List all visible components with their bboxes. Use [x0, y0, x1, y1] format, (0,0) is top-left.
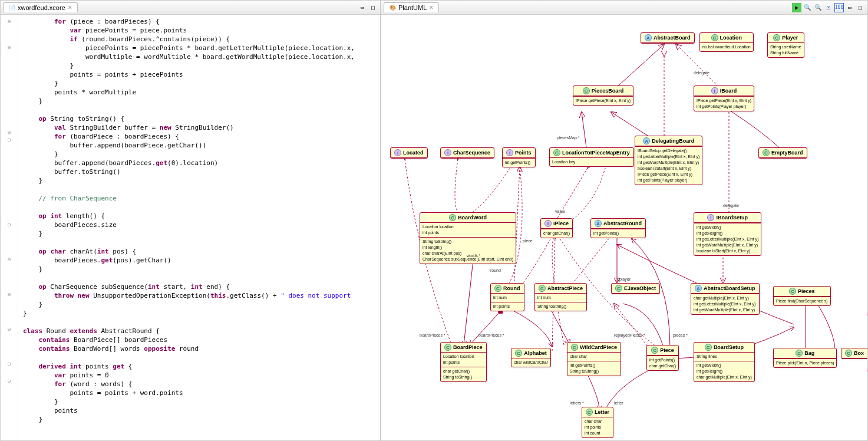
uml-class-boardsetup[interactable]: CBoardSetupString linesint getWidth()int…	[694, 342, 755, 382]
fold-toggle[interactable]: ⊟	[6, 291, 13, 298]
fold-toggle[interactable]: ⊟	[6, 44, 13, 51]
uml-class-bag[interactable]: CBagPiece pick(EInt n, Piece pieces)	[773, 348, 837, 368]
uml-class-piecesboard[interactable]: CPiecesBoardIPiece getPiece(EInt x, EInt…	[573, 85, 633, 106]
uml-class-abstractboard[interactable]: AAbstractBoard	[641, 32, 695, 44]
maximize-icon[interactable]: □	[368, 3, 378, 12]
fold-toggle[interactable]: ⊟	[6, 360, 13, 367]
uml-class-box[interactable]: CBox	[841, 348, 867, 359]
uml-class-ipiece[interactable]: IIPiecechar getChar()	[540, 218, 573, 238]
uml-class-piece[interactable]: CPieceint getPoints()char getChar()	[646, 345, 679, 371]
zoom-in-icon[interactable]: 🔍	[803, 3, 812, 12]
uml-class-ejavaobject[interactable]: CEJavaObject	[611, 283, 660, 294]
uml-class-boardpiece[interactable]: CBoardPieceLocation locationint pointsch…	[440, 342, 487, 382]
edge-label: delegate	[694, 71, 709, 75]
fold-toggle[interactable]: ⊟	[6, 18, 13, 25]
plantuml-icon: 🎨	[389, 4, 396, 11]
maximize-icon[interactable]: □	[856, 3, 865, 12]
fold-toggle[interactable]: ⊟	[6, 129, 13, 136]
uml-class-emptyboard[interactable]: CEmptyBoard	[758, 147, 807, 159]
tab-xwordfeud[interactable]: 📄 xwordfeud.xcore ✕	[3, 2, 78, 12]
uml-class-round[interactable]: CRoundint numint points	[490, 283, 524, 311]
edge-label: boardPieces *	[478, 333, 504, 337]
uml-class-location[interactable]: CLocationno.hal.xwordfeud.Location	[699, 32, 754, 52]
uml-class-charsequence[interactable]: ICharSequence	[440, 147, 494, 159]
edge-label: bplayer	[617, 277, 631, 281]
uml-class-letter[interactable]: CLetterchar charint pointsint count	[582, 407, 613, 438]
edge-label: letters *	[570, 401, 584, 405]
tab-label: PlantUML	[398, 4, 427, 11]
run-icon[interactable]: ▶	[792, 3, 801, 12]
edge-label: replayedPieces *	[614, 333, 645, 337]
code-content[interactable]: for (piece : boardPieces) { var piecePoi…	[18, 15, 380, 440]
uml-class-wildcardpiece[interactable]: CWildCardPiecechar charint getPoints()St…	[567, 342, 621, 376]
minimize-icon[interactable]: ▭	[358, 3, 367, 12]
uml-class-iboard[interactable]: IIBoardIPiece getPiece(EInt x, EInt y)in…	[694, 85, 754, 111]
edge-label: words *	[467, 254, 480, 258]
left-tab-bar: 📄 xwordfeud.xcore ✕ ▭ □	[1, 1, 380, 15]
close-icon[interactable]: ✕	[68, 5, 72, 11]
xcore-file-icon: 📄	[8, 4, 15, 11]
fit-icon[interactable]: ⊡	[824, 3, 833, 12]
fold-toggle[interactable]: ⊟	[6, 136, 13, 143]
uml-diagram[interactable]: AAbstractBoard CLocationno.hal.xwordfeud…	[381, 15, 867, 440]
zoom-100[interactable]: 100	[834, 3, 844, 12]
edge-label: piece	[523, 239, 533, 243]
right-tab-bar: 🎨 PlantUML ✕ ▶ 🔍 🔍 ⊡ 100 ▭ □	[381, 1, 867, 15]
zoom-out-icon[interactable]: 🔍	[813, 3, 823, 12]
edge-label: pieces *	[673, 333, 688, 337]
uml-class-locationtoipiece[interactable]: CLocationToIPieceMapEntryLocation key	[549, 147, 634, 167]
uml-class-pieces[interactable]: CPiecesPiece find(CharSequence s)	[773, 286, 831, 306]
tab-label: xwordfeud.xcore	[18, 4, 65, 11]
uml-class-abstractboardsetup[interactable]: AAbstractBoardSetupchar getMultiple(EInt…	[691, 283, 760, 315]
fold-toggle[interactable]: ⊟	[6, 221, 13, 228]
code-editor-pane: 📄 xwordfeud.xcore ✕ ▭ □ ⊟ ⊟ ⊟ ⊟ ⊟ ⊟ ⊟ ⊟	[0, 0, 381, 441]
code-editor[interactable]: ⊟ ⊟ ⊟ ⊟ ⊟ ⊟ ⊟ ⊟ ⊟ ⊟ for (piece : boardPi…	[1, 15, 380, 440]
fold-toggle[interactable]: ⊟	[6, 325, 13, 333]
fold-gutter: ⊟ ⊟ ⊟ ⊟ ⊟ ⊟ ⊟ ⊟ ⊟ ⊟	[1, 15, 18, 440]
uml-class-abstractpiece[interactable]: CAbstractPieceint numString toString()	[534, 283, 587, 311]
uml-class-iboardsetup[interactable]: IIBoardSetupint getWidth()int getHeight(…	[694, 212, 761, 256]
uml-class-player[interactable]: CPlayerString userNameString fullName	[767, 32, 804, 58]
plantuml-pane: 🎨 PlantUML ✕ ▶ 🔍 🔍 ⊡ 100 ▭ □	[381, 0, 868, 441]
uml-class-alphabet[interactable]: CAlphabetchar wildCardChar	[511, 348, 551, 367]
fold-toggle[interactable]: ⊟	[6, 256, 13, 263]
edge-label: piecesMap *	[557, 136, 580, 140]
minimize-icon[interactable]: ▭	[845, 3, 854, 12]
close-icon[interactable]: ✕	[429, 5, 434, 11]
uml-class-points[interactable]: IPointsint getPoints()	[502, 147, 536, 167]
edge-label: round	[490, 268, 501, 272]
edge-label: boardPieces *	[420, 333, 445, 337]
fold-toggle[interactable]: ⊟	[6, 377, 13, 384]
edge-label: value	[555, 209, 565, 213]
edge-label: letter	[614, 401, 623, 405]
uml-class-located[interactable]: ILocated	[390, 147, 428, 159]
tab-plantuml[interactable]: 🎨 PlantUML ✕	[384, 2, 439, 12]
edge-label: delegate	[723, 203, 739, 208]
uml-class-delegatingboard[interactable]: ADelegatingBoardIBoardSetup getDelegate(…	[635, 136, 702, 185]
uml-class-abstractround[interactable]: AAbstractRoundint getPoints()	[590, 218, 646, 238]
